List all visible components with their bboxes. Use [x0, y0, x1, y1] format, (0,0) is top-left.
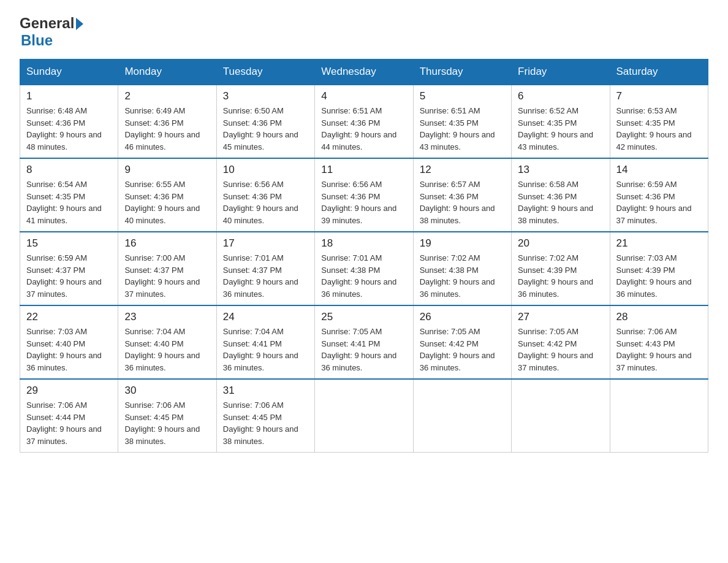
- calendar-cell: 4Sunrise: 6:51 AMSunset: 4:36 PMDaylight…: [315, 85, 413, 158]
- day-number: 11: [321, 164, 406, 176]
- day-info: Sunrise: 6:51 AMSunset: 4:35 PMDaylight:…: [420, 105, 505, 153]
- day-number: 21: [616, 237, 702, 250]
- day-info: Sunrise: 7:02 AMSunset: 4:38 PMDaylight:…: [420, 252, 505, 300]
- calendar-cell: 9Sunrise: 6:55 AMSunset: 4:36 PMDaylight…: [118, 158, 216, 232]
- day-info: Sunrise: 6:49 AMSunset: 4:36 PMDaylight:…: [124, 105, 210, 153]
- calendar-table: SundayMondayTuesdayWednesdayThursdayFrid…: [20, 59, 708, 453]
- calendar-cell: 13Sunrise: 6:58 AMSunset: 4:36 PMDayligh…: [512, 158, 610, 232]
- day-number: 24: [223, 311, 308, 323]
- calendar-cell: 23Sunrise: 7:04 AMSunset: 4:40 PMDayligh…: [118, 305, 216, 379]
- day-number: 31: [223, 385, 308, 397]
- day-number: 4: [321, 90, 406, 102]
- calendar-week-row: 15Sunrise: 6:59 AMSunset: 4:37 PMDayligh…: [20, 232, 708, 305]
- day-number: 10: [223, 164, 308, 176]
- calendar-cell: 8Sunrise: 6:54 AMSunset: 4:35 PMDaylight…: [20, 158, 118, 232]
- day-number: 7: [616, 90, 702, 102]
- weekday-header-thursday: Thursday: [413, 59, 511, 85]
- calendar-cell: 15Sunrise: 6:59 AMSunset: 4:37 PMDayligh…: [20, 232, 118, 305]
- day-number: 20: [518, 237, 603, 250]
- day-info: Sunrise: 6:57 AMSunset: 4:36 PMDaylight:…: [420, 178, 505, 226]
- calendar-cell: 10Sunrise: 6:56 AMSunset: 4:36 PMDayligh…: [216, 158, 314, 232]
- day-info: Sunrise: 7:02 AMSunset: 4:39 PMDaylight:…: [518, 252, 603, 300]
- calendar-cell: 29Sunrise: 7:06 AMSunset: 4:44 PMDayligh…: [20, 379, 118, 453]
- day-number: 1: [26, 90, 112, 102]
- day-number: 27: [518, 311, 603, 323]
- day-number: 8: [26, 164, 112, 176]
- weekday-header-sunday: Sunday: [20, 59, 118, 85]
- calendar-week-row: 1Sunrise: 6:48 AMSunset: 4:36 PMDaylight…: [20, 85, 708, 158]
- day-number: 17: [223, 237, 308, 250]
- calendar-cell: 26Sunrise: 7:05 AMSunset: 4:42 PMDayligh…: [413, 305, 511, 379]
- calendar-cell: 25Sunrise: 7:05 AMSunset: 4:41 PMDayligh…: [315, 305, 413, 379]
- weekday-header-monday: Monday: [118, 59, 216, 85]
- calendar-cell: [512, 379, 610, 453]
- day-info: Sunrise: 7:03 AMSunset: 4:40 PMDaylight:…: [26, 326, 112, 373]
- day-number: 14: [616, 164, 702, 176]
- calendar-cell: 28Sunrise: 7:06 AMSunset: 4:43 PMDayligh…: [610, 305, 708, 379]
- calendar-cell: 19Sunrise: 7:02 AMSunset: 4:38 PMDayligh…: [413, 232, 511, 305]
- day-info: Sunrise: 6:52 AMSunset: 4:35 PMDaylight:…: [518, 105, 603, 153]
- day-info: Sunrise: 6:54 AMSunset: 4:35 PMDaylight:…: [26, 178, 112, 226]
- day-info: Sunrise: 6:56 AMSunset: 4:36 PMDaylight:…: [321, 178, 406, 226]
- day-number: 30: [124, 385, 210, 397]
- weekday-header-wednesday: Wednesday: [315, 59, 413, 85]
- logo-triangle-icon: [76, 18, 83, 30]
- day-info: Sunrise: 7:03 AMSunset: 4:39 PMDaylight:…: [616, 252, 702, 300]
- day-info: Sunrise: 6:55 AMSunset: 4:36 PMDaylight:…: [124, 178, 210, 226]
- calendar-cell: 5Sunrise: 6:51 AMSunset: 4:35 PMDaylight…: [413, 85, 511, 158]
- day-number: 25: [321, 311, 406, 323]
- day-info: Sunrise: 7:00 AMSunset: 4:37 PMDaylight:…: [124, 252, 210, 300]
- weekday-header-tuesday: Tuesday: [216, 59, 314, 85]
- day-number: 15: [26, 237, 112, 250]
- day-info: Sunrise: 6:51 AMSunset: 4:36 PMDaylight:…: [321, 105, 406, 153]
- day-info: Sunrise: 6:48 AMSunset: 4:36 PMDaylight:…: [26, 105, 112, 153]
- calendar-cell: 31Sunrise: 7:06 AMSunset: 4:45 PMDayligh…: [216, 379, 314, 453]
- calendar-cell: [610, 379, 708, 453]
- day-info: Sunrise: 7:06 AMSunset: 4:44 PMDaylight:…: [26, 399, 112, 447]
- calendar-cell: 1Sunrise: 6:48 AMSunset: 4:36 PMDaylight…: [20, 85, 118, 158]
- calendar-cell: 24Sunrise: 7:04 AMSunset: 4:41 PMDayligh…: [216, 305, 314, 379]
- day-number: 12: [420, 164, 505, 176]
- day-info: Sunrise: 7:05 AMSunset: 4:41 PMDaylight:…: [321, 326, 406, 373]
- day-number: 2: [124, 90, 210, 102]
- calendar-cell: 27Sunrise: 7:05 AMSunset: 4:42 PMDayligh…: [512, 305, 610, 379]
- day-number: 22: [26, 311, 112, 323]
- day-number: 29: [26, 385, 112, 397]
- day-info: Sunrise: 7:04 AMSunset: 4:40 PMDaylight:…: [124, 326, 210, 373]
- calendar-cell: [315, 379, 413, 453]
- day-info: Sunrise: 7:05 AMSunset: 4:42 PMDaylight:…: [518, 326, 603, 373]
- day-number: 6: [518, 90, 603, 102]
- calendar-cell: 14Sunrise: 6:59 AMSunset: 4:36 PMDayligh…: [610, 158, 708, 232]
- calendar-cell: 11Sunrise: 6:56 AMSunset: 4:36 PMDayligh…: [315, 158, 413, 232]
- day-info: Sunrise: 6:59 AMSunset: 4:37 PMDaylight:…: [26, 252, 112, 300]
- day-number: 9: [124, 164, 210, 176]
- calendar-cell: 17Sunrise: 7:01 AMSunset: 4:37 PMDayligh…: [216, 232, 314, 305]
- day-info: Sunrise: 6:50 AMSunset: 4:36 PMDaylight:…: [223, 105, 308, 153]
- logo: General Blue: [20, 15, 83, 49]
- calendar-cell: 3Sunrise: 6:50 AMSunset: 4:36 PMDaylight…: [216, 85, 314, 158]
- day-info: Sunrise: 7:06 AMSunset: 4:45 PMDaylight:…: [223, 399, 308, 447]
- calendar-cell: 16Sunrise: 7:00 AMSunset: 4:37 PMDayligh…: [118, 232, 216, 305]
- day-number: 19: [420, 237, 505, 250]
- weekday-header-friday: Friday: [512, 59, 610, 85]
- day-info: Sunrise: 7:04 AMSunset: 4:41 PMDaylight:…: [223, 326, 308, 373]
- calendar-cell: 2Sunrise: 6:49 AMSunset: 4:36 PMDaylight…: [118, 85, 216, 158]
- day-number: 18: [321, 237, 406, 250]
- calendar-cell: 30Sunrise: 7:06 AMSunset: 4:45 PMDayligh…: [118, 379, 216, 453]
- day-number: 23: [124, 311, 210, 323]
- day-info: Sunrise: 6:59 AMSunset: 4:36 PMDaylight:…: [616, 178, 702, 226]
- weekday-header-saturday: Saturday: [610, 59, 708, 85]
- day-info: Sunrise: 7:01 AMSunset: 4:37 PMDaylight:…: [223, 252, 308, 300]
- calendar-week-row: 22Sunrise: 7:03 AMSunset: 4:40 PMDayligh…: [20, 305, 708, 379]
- calendar-cell: 6Sunrise: 6:52 AMSunset: 4:35 PMDaylight…: [512, 85, 610, 158]
- day-info: Sunrise: 7:05 AMSunset: 4:42 PMDaylight:…: [420, 326, 505, 373]
- day-number: 16: [124, 237, 210, 250]
- day-number: 26: [420, 311, 505, 323]
- day-info: Sunrise: 7:06 AMSunset: 4:45 PMDaylight:…: [124, 399, 210, 447]
- day-number: 28: [616, 311, 702, 323]
- day-number: 13: [518, 164, 603, 176]
- calendar-cell: 22Sunrise: 7:03 AMSunset: 4:40 PMDayligh…: [20, 305, 118, 379]
- calendar-cell: 18Sunrise: 7:01 AMSunset: 4:38 PMDayligh…: [315, 232, 413, 305]
- day-number: 3: [223, 90, 308, 102]
- calendar-cell: [413, 379, 511, 453]
